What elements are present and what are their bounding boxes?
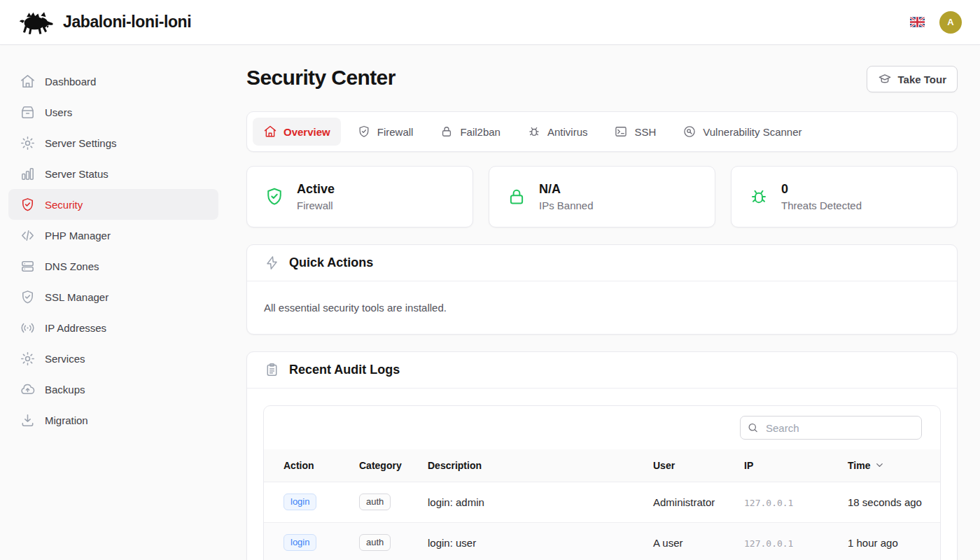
sidebar-item-backups[interactable]: Backups xyxy=(8,374,218,405)
uk-flag-icon xyxy=(910,17,925,27)
boar-logo-icon xyxy=(18,10,53,35)
sidebar-item-migration[interactable]: Migration xyxy=(8,405,218,435)
status-cards: Active Firewall N/A IPs Banned 0 xyxy=(246,166,958,227)
bug-icon xyxy=(748,186,769,207)
audit-table: Action Category Description User IP Time xyxy=(263,405,941,560)
sidebar-item-services[interactable]: Services xyxy=(8,343,218,374)
action-badge: login xyxy=(284,493,316,510)
download-icon xyxy=(20,412,36,428)
column-header-user: User xyxy=(653,449,744,482)
sidebar-item-label: SSL Manager xyxy=(45,291,108,303)
server-stack-icon xyxy=(20,258,36,274)
lock-icon xyxy=(506,186,527,207)
tab-ssh[interactable]: SSH xyxy=(603,118,666,146)
sidebar-item-label: DNS Zones xyxy=(45,260,99,272)
signal-icon xyxy=(20,320,36,336)
sidebar-nav: Dashboard Users Server Settings Server S… xyxy=(0,66,224,435)
quick-actions-message: All essential security tools are install… xyxy=(264,302,447,314)
cloud-upload-icon xyxy=(20,382,36,398)
magnifier-circle-icon xyxy=(682,125,696,139)
tabs-bar: Overview Firewall Fail2ban Antivirus SSH… xyxy=(246,111,958,152)
bug-icon xyxy=(527,125,541,139)
tab-label: Overview xyxy=(284,126,330,138)
gear-icon xyxy=(20,135,36,151)
action-badge: login xyxy=(284,534,316,551)
table-row[interactable]: login auth login: admin Administrator 12… xyxy=(264,482,940,522)
stat-card-firewall: Active Firewall xyxy=(246,166,473,227)
brand[interactable]: Jabaloni-loni-loni xyxy=(18,10,191,35)
sidebar-item-label: Backups xyxy=(45,384,85,396)
sidebar-item-dashboard[interactable]: Dashboard xyxy=(8,66,218,97)
sidebar-item-php-manager[interactable]: PHP Manager xyxy=(8,220,218,251)
sidebar-item-ssl-manager[interactable]: SSL Manager xyxy=(8,281,218,312)
sidebar-item-ip-addresses[interactable]: IP Addresses xyxy=(8,312,218,343)
tab-label: Antivirus xyxy=(547,126,588,138)
sidebar-item-dns-zones[interactable]: DNS Zones xyxy=(8,251,218,281)
tab-label: Vulnerability Scanner xyxy=(703,126,802,138)
tab-label: Fail2ban xyxy=(460,126,500,138)
category-badge: auth xyxy=(359,534,391,551)
sidebar-item-users[interactable]: Users xyxy=(8,97,218,127)
shield-check-icon xyxy=(357,125,371,139)
description-cell: login: user xyxy=(428,522,653,560)
sidebar-item-security[interactable]: Security xyxy=(8,189,218,220)
stat-label: Threats Detected xyxy=(781,200,862,211)
shield-check-icon xyxy=(20,197,36,213)
column-header-time-label: Time xyxy=(848,460,870,471)
take-tour-button[interactable]: Take Tour xyxy=(867,66,958,92)
user-avatar[interactable]: A xyxy=(939,11,962,34)
lightning-icon xyxy=(264,255,280,271)
sidebar-item-label: Services xyxy=(45,353,85,365)
avatar-initial: A xyxy=(947,17,953,27)
user-cell: Administrator xyxy=(653,482,744,522)
tab-vulnerability-scanner[interactable]: Vulnerability Scanner xyxy=(672,118,812,146)
tab-label: Firewall xyxy=(377,126,414,138)
table-header-row: Action Category Description User IP Time xyxy=(264,449,940,482)
page-title: Security Center xyxy=(246,66,396,90)
tab-antivirus[interactable]: Antivirus xyxy=(517,118,598,146)
graduation-cap-icon xyxy=(878,72,892,86)
sidebar-item-server-settings[interactable]: Server Settings xyxy=(8,127,218,158)
time-cell: 18 seconds ago xyxy=(848,482,940,522)
table-row[interactable]: login auth login: user A user 127.0.0.1 … xyxy=(264,522,940,560)
search-input[interactable] xyxy=(740,416,922,440)
stat-value: Active xyxy=(297,182,335,197)
tab-firewall[interactable]: Firewall xyxy=(346,118,424,146)
user-cell: A user xyxy=(653,522,744,560)
sidebar-item-label: Security xyxy=(45,199,83,211)
tab-label: SSH xyxy=(634,126,656,138)
audit-logs-panel: Recent Audit Logs xyxy=(246,351,958,560)
sidebar-item-label: Migration xyxy=(45,414,88,426)
time-cell: 1 hour ago xyxy=(848,522,940,560)
stat-card-ips-banned: N/A IPs Banned xyxy=(489,166,715,227)
topbar: Jabaloni-loni-loni A xyxy=(0,0,980,45)
column-header-description: Description xyxy=(428,449,653,482)
category-badge: auth xyxy=(359,493,391,510)
sidebar-item-server-status[interactable]: Server Status xyxy=(8,158,218,189)
description-cell: login: admin xyxy=(428,482,653,522)
quick-actions-title: Quick Actions xyxy=(289,255,373,270)
sidebar-item-label: Dashboard xyxy=(45,76,96,88)
language-switcher[interactable] xyxy=(909,15,926,29)
ip-cell: 127.0.0.1 xyxy=(744,538,793,549)
archive-box-icon xyxy=(20,104,36,120)
sidebar-item-label: Users xyxy=(45,106,72,118)
code-icon xyxy=(20,227,36,244)
column-header-category: Category xyxy=(359,449,428,482)
stat-value: 0 xyxy=(781,182,862,197)
tab-overview[interactable]: Overview xyxy=(253,118,341,146)
tab-fail2ban[interactable]: Fail2ban xyxy=(429,118,511,146)
main-content: Security Center Take Tour Overview Firew… xyxy=(224,45,980,560)
stat-label: IPs Banned xyxy=(539,200,594,211)
search-box xyxy=(740,416,922,440)
sidebar: Dashboard Users Server Settings Server S… xyxy=(0,45,224,560)
home-icon xyxy=(20,74,36,90)
stat-card-threats: 0 Threats Detected xyxy=(731,166,958,227)
gear-icon xyxy=(20,351,36,367)
home-icon xyxy=(263,125,277,139)
audit-logs-title: Recent Audit Logs xyxy=(289,363,400,377)
column-header-ip: IP xyxy=(744,449,848,482)
stat-label: Firewall xyxy=(297,200,335,211)
lock-icon xyxy=(440,125,454,139)
column-header-time[interactable]: Time xyxy=(848,449,940,482)
